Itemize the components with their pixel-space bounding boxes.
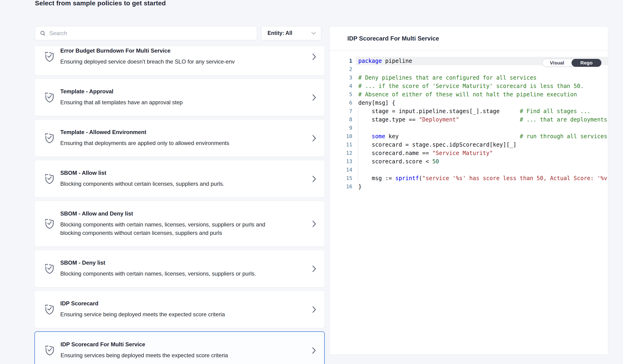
line-content: some key # run through all services [356, 132, 608, 141]
line-content: stage = input.pipeline.stages[_].stage #… [356, 107, 608, 115]
policy-card-text: IDP Scorecard Ensuring service being dep… [60, 300, 225, 319]
code-line: 12 scorecard.name == "Service Maturity" [330, 149, 608, 157]
policy-card-title: Template - Allowed Environment [60, 129, 229, 135]
policy-shield-check-icon [44, 218, 55, 230]
policy-list: Error Budget Burndown For Multi Service … [34, 46, 325, 364]
chevron-down-icon [311, 32, 316, 35]
search-box[interactable] [35, 26, 257, 40]
policy-card-description: Ensuring service being deployed meets th… [60, 310, 225, 319]
line-content: scorecard = stage.spec.idpScorecard[key]… [356, 141, 608, 149]
code-line: 7 stage = input.pipeline.stages[_].stage… [330, 107, 608, 115]
line-content: scorecard.score < 50 [356, 157, 608, 166]
chevron-right-icon [312, 306, 316, 313]
policy-card-title: IDP Scorecard For Multi Service [61, 341, 228, 348]
policy-card-title: SBOM - Deny list [60, 259, 256, 266]
code-line: 9 [330, 124, 608, 132]
line-content: deny[msg] { [356, 99, 608, 107]
line-number: 7 [330, 107, 352, 115]
line-content: msg := sprintf("service '%s' has score l… [356, 174, 608, 182]
line-number: 1 [330, 57, 352, 65]
line-number: 2 [330, 65, 352, 74]
policy-card-text: Template - Allowed Environment Ensuring … [60, 129, 229, 147]
line-content: # ... if the score of 'Service Maturity'… [356, 82, 608, 90]
policy-card-description: Ensuring deployed service doesn't breach… [60, 58, 235, 66]
line-number: 15 [330, 174, 352, 182]
line-number: 3 [330, 74, 352, 82]
policy-card[interactable]: SBOM - Deny list Blocking components wit… [34, 250, 325, 287]
line-content: scorecard.name == "Service Maturity" [356, 149, 608, 157]
code-line: 14 [330, 166, 608, 174]
policy-card-text: SBOM - Deny list Blocking components wit… [60, 259, 256, 278]
policy-card-title: Error Budget Burndown For Multi Service [60, 47, 235, 54]
policy-card-description: Ensuring that deployments are applied on… [60, 139, 229, 147]
chevron-right-icon [312, 135, 316, 142]
chevron-right-icon [312, 265, 316, 272]
preview-title: IDP Scorecard For Multi Service [347, 35, 439, 42]
code-line: 3 # Deny pipelines that are configured f… [330, 74, 608, 82]
line-content: # Deny pipelines that are configured for… [356, 74, 608, 82]
line-number: 12 [330, 149, 352, 157]
line-content: # Absence of either of these will not ha… [356, 90, 608, 99]
code-line: 6 deny[msg] { [330, 99, 608, 107]
code-line: 16 } [330, 182, 608, 191]
code-line: 5 # Absence of either of these will not … [330, 90, 608, 99]
line-content: stage.type == "Deployment" # ... that ar… [356, 115, 608, 124]
policy-card-title: SBOM - Allow list [60, 170, 224, 176]
policy-card[interactable]: SBOM - Allow list Blocking components wi… [34, 160, 325, 198]
line-number: 14 [330, 166, 352, 174]
policy-card-text: Template - Approval Ensuring that all te… [60, 88, 183, 107]
policy-card[interactable]: Template - Approval Ensuring that all te… [34, 79, 325, 116]
policy-shield-check-icon [44, 263, 55, 275]
policy-shield-check-icon [44, 304, 55, 315]
policy-card[interactable]: IDP Scorecard For Multi Service Ensuring… [34, 331, 325, 364]
policy-card-text: SBOM - Allow list Blocking components wi… [60, 170, 224, 188]
policy-shield-check-icon [44, 92, 55, 103]
line-number: 9 [330, 124, 352, 132]
policy-card[interactable]: SBOM - Allow and Deny list Blocking comp… [34, 201, 325, 247]
line-number: 6 [330, 99, 352, 107]
policy-card[interactable]: Error Budget Burndown For Multi Service … [34, 46, 325, 75]
search-input[interactable] [49, 30, 252, 37]
line-number: 5 [330, 90, 352, 99]
preview-header: IDP Scorecard For Multi Service [330, 26, 608, 51]
code-line: 4 # ... if the score of 'Service Maturit… [330, 82, 608, 90]
page-title: Select from sample policies to get start… [35, 0, 166, 7]
policy-card-text: SBOM - Allow and Deny list Blocking comp… [60, 210, 277, 237]
chevron-right-icon [312, 347, 316, 354]
chevron-right-icon [312, 94, 316, 101]
code-line: 10 some key # run through all services [330, 132, 608, 141]
line-number: 16 [330, 182, 352, 191]
policy-card-description: Ensuring that all templates have an appr… [60, 98, 183, 107]
search-icon [40, 30, 46, 36]
policy-shield-check-icon [44, 345, 55, 356]
policy-shield-check-icon [44, 173, 55, 185]
policy-card-description: Ensuring services being deployed meets t… [61, 351, 228, 360]
code-line: 8 stage.type == "Deployment" # ... that … [330, 115, 608, 124]
toggle-option-rego[interactable]: Rego [572, 59, 601, 67]
code-line: 13 scorecard.score < 50 [330, 157, 608, 166]
policy-list-viewport: Error Budget Burndown For Multi Service … [34, 46, 325, 364]
rego-code-editor[interactable]: 1 package pipeline 2 3 # Deny pipelines … [330, 51, 608, 191]
policy-card-description: Blocking components with certain names, … [60, 220, 277, 237]
chevron-right-icon [312, 175, 316, 182]
code-line: 15 msg := sprintf("service '%s' has scor… [330, 174, 608, 182]
line-number: 10 [330, 132, 352, 141]
chevron-right-icon [312, 53, 316, 60]
policy-preview-panel: IDP Scorecard For Multi Service Visual R… [330, 26, 608, 355]
line-number: 13 [330, 157, 352, 166]
line-content [356, 166, 608, 174]
toggle-option-visual[interactable]: Visual [542, 59, 572, 66]
code-line: 11 scorecard = stage.spec.idpScorecard[k… [330, 141, 608, 149]
policy-card[interactable]: IDP Scorecard Ensuring service being dep… [34, 291, 325, 328]
chevron-right-icon [312, 220, 316, 227]
policy-card-title: IDP Scorecard [60, 300, 225, 307]
policy-card-description: Blocking components without certain lice… [60, 180, 224, 188]
line-number: 11 [330, 141, 352, 149]
entity-filter-dropdown[interactable]: Entity: All [261, 26, 321, 40]
visual-rego-toggle[interactable]: Visual Rego [542, 59, 601, 67]
line-number: 8 [330, 115, 352, 124]
policy-card-text: IDP Scorecard For Multi Service Ensuring… [61, 341, 228, 360]
policy-card-title: SBOM - Allow and Deny list [60, 210, 277, 217]
line-content [356, 124, 608, 132]
policy-card[interactable]: Template - Allowed Environment Ensuring … [34, 119, 325, 157]
